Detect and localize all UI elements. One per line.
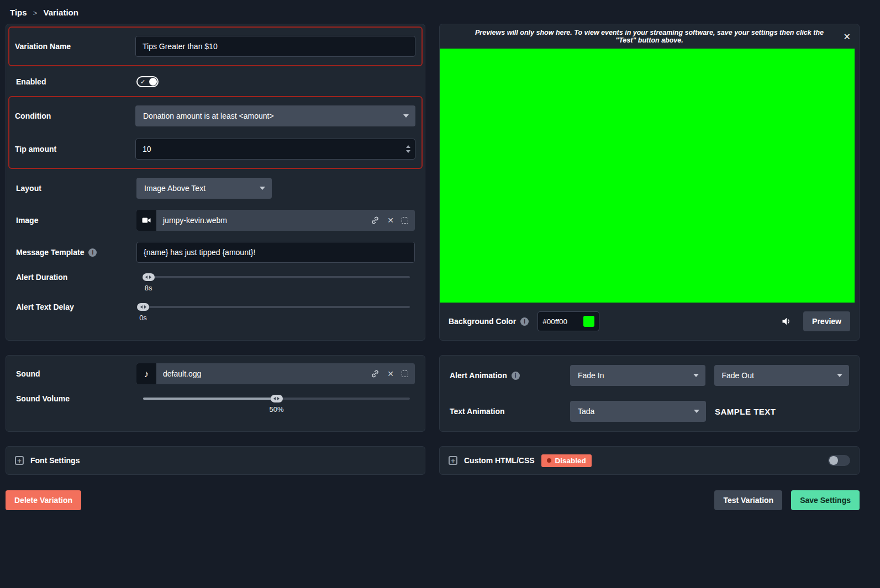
sound-input[interactable]: ♪ default.ogg ✕ bbox=[136, 363, 415, 384]
image-label: Image bbox=[16, 216, 136, 225]
footer-actions: Delete Variation Test Variation Save Set… bbox=[6, 490, 860, 510]
delete-variation-button[interactable]: Delete Variation bbox=[6, 490, 81, 510]
animation-card: Alert Animation i Fade In Fade Out Text … bbox=[439, 355, 860, 432]
position-grid-icon[interactable] bbox=[402, 217, 408, 224]
message-template-label: Message Template i bbox=[16, 248, 136, 257]
alert-animation-out-selected: Fade Out bbox=[722, 371, 754, 380]
preview-area bbox=[440, 49, 855, 303]
settings-column: Variation Name Enabled ✓ Condition bbox=[6, 24, 425, 475]
info-icon[interactable]: i bbox=[512, 372, 520, 380]
remove-icon[interactable]: ✕ bbox=[387, 216, 394, 224]
custom-html-css-toggle[interactable] bbox=[828, 455, 850, 466]
breadcrumb-tips[interactable]: Tips bbox=[10, 8, 27, 17]
sound-volume-label: Sound Volume bbox=[16, 394, 136, 403]
color-swatch[interactable] bbox=[583, 316, 594, 327]
sound-row: Sound ♪ default.ogg ✕ bbox=[8, 358, 423, 390]
slider-track bbox=[143, 276, 410, 278]
text-animation-dropdown[interactable]: Tada bbox=[570, 401, 706, 422]
alert-duration-label: Alert Duration bbox=[16, 273, 136, 282]
preview-button[interactable]: Preview bbox=[803, 311, 850, 331]
test-variation-button[interactable]: Test Variation bbox=[714, 490, 782, 510]
expand-plus-icon[interactable]: + bbox=[449, 456, 457, 465]
info-icon[interactable]: i bbox=[520, 317, 529, 326]
variation-name-input[interactable] bbox=[135, 36, 415, 57]
tip-amount-input[interactable] bbox=[135, 139, 415, 160]
alert-duration-value: 8s bbox=[145, 284, 152, 292]
toggle-knob bbox=[149, 78, 157, 86]
step-up-icon[interactable] bbox=[406, 145, 410, 148]
text-animation-label: Text Animation bbox=[450, 407, 570, 416]
music-note-icon: ♪ bbox=[136, 363, 156, 384]
image-actions: ✕ bbox=[371, 216, 415, 225]
custom-html-css-title: Custom HTML/CSS bbox=[464, 456, 535, 465]
preview-toolbar: Background Color i Preview bbox=[440, 303, 859, 340]
background-color-input[interactable] bbox=[542, 317, 579, 326]
preview-column: Previews will only show here. To view ev… bbox=[439, 24, 860, 475]
enabled-toggle[interactable]: ✓ bbox=[136, 76, 159, 87]
speaker-icon[interactable] bbox=[781, 316, 792, 327]
condition-row: Condition Donation amount is at least <a… bbox=[15, 105, 416, 126]
step-down-icon[interactable] bbox=[406, 150, 410, 153]
check-icon: ✓ bbox=[140, 78, 145, 86]
font-settings-card[interactable]: + Font Settings bbox=[6, 446, 425, 475]
alert-animation-out-dropdown[interactable]: Fade Out bbox=[714, 365, 850, 386]
link-icon[interactable] bbox=[371, 216, 380, 225]
preview-notice-text: Previews will only show here. To view ev… bbox=[464, 29, 835, 44]
variation-name-row: Variation Name bbox=[15, 36, 416, 57]
alert-duration-slider[interactable]: 8s bbox=[143, 273, 410, 281]
chevron-down-icon bbox=[837, 374, 842, 377]
info-icon[interactable]: i bbox=[88, 248, 97, 257]
sound-volume-value: 50% bbox=[269, 405, 283, 414]
save-settings-button[interactable]: Save Settings bbox=[791, 490, 860, 510]
sound-card: Sound ♪ default.ogg ✕ bbox=[6, 355, 425, 432]
page: Tips > Variation Variation Name Enabled … bbox=[0, 0, 880, 510]
chevron-down-icon bbox=[260, 187, 265, 190]
content-columns: Variation Name Enabled ✓ Condition bbox=[6, 24, 860, 475]
close-icon[interactable]: ✕ bbox=[844, 31, 851, 42]
remove-icon[interactable]: ✕ bbox=[387, 370, 394, 378]
link-icon[interactable] bbox=[371, 369, 380, 378]
image-filename: jumpy-kevin.webm bbox=[156, 216, 371, 225]
preview-notice: Previews will only show here. To view ev… bbox=[440, 24, 859, 49]
video-file-icon bbox=[136, 210, 156, 231]
breadcrumb-current: Variation bbox=[44, 8, 78, 17]
enabled-label: Enabled bbox=[16, 77, 136, 86]
message-template-input[interactable] bbox=[136, 242, 415, 263]
alert-animation-label: Alert Animation i bbox=[450, 371, 570, 380]
alert-animation-in-dropdown[interactable]: Fade In bbox=[570, 365, 705, 386]
variation-name-highlight: Variation Name bbox=[8, 27, 423, 66]
chevron-down-icon bbox=[403, 114, 409, 118]
image-input[interactable]: jumpy-kevin.webm ✕ bbox=[136, 210, 415, 231]
layout-row: Layout Image Above Text bbox=[8, 172, 423, 204]
tip-amount-row: Tip amount bbox=[15, 139, 416, 160]
alert-text-delay-slider[interactable]: 0s bbox=[143, 303, 410, 311]
font-settings-title: Font Settings bbox=[30, 456, 80, 465]
condition-dropdown[interactable]: Donation amount is at least <amount> bbox=[135, 105, 415, 126]
sound-volume-slider[interactable]: 50% bbox=[143, 395, 410, 402]
alert-text-delay-label: Alert Text Delay bbox=[16, 303, 136, 311]
condition-label: Condition bbox=[15, 112, 135, 120]
number-stepper[interactable] bbox=[406, 139, 410, 160]
background-color-label: Background Color i bbox=[449, 317, 529, 326]
breadcrumb: Tips > Variation bbox=[6, 0, 860, 24]
layout-dropdown[interactable]: Image Above Text bbox=[136, 178, 272, 199]
tip-amount-label: Tip amount bbox=[15, 145, 135, 153]
layout-selected: Image Above Text bbox=[144, 184, 205, 193]
status-dot bbox=[547, 458, 551, 463]
toggle-knob bbox=[829, 456, 838, 465]
slider-fill bbox=[143, 398, 277, 400]
condition-selected: Donation amount is at least <amount> bbox=[143, 112, 274, 120]
position-grid-icon[interactable] bbox=[402, 370, 408, 377]
layout-label: Layout bbox=[16, 184, 136, 193]
slider-thumb[interactable] bbox=[143, 273, 155, 281]
custom-html-css-card[interactable]: + Custom HTML/CSS Disabled bbox=[439, 446, 860, 475]
slider-thumb[interactable] bbox=[271, 395, 283, 402]
sample-text: SAMPLE TEXT bbox=[715, 407, 776, 416]
text-animation-row: Text Animation Tada SAMPLE TEXT bbox=[450, 401, 849, 422]
expand-plus-icon[interactable]: + bbox=[15, 456, 24, 465]
sound-filename: default.ogg bbox=[156, 369, 371, 378]
slider-track bbox=[143, 306, 410, 308]
alert-animation-in-selected: Fade In bbox=[578, 371, 604, 380]
alert-text-delay-row: Alert Text Delay 0s bbox=[8, 298, 423, 328]
slider-thumb[interactable] bbox=[137, 303, 149, 311]
